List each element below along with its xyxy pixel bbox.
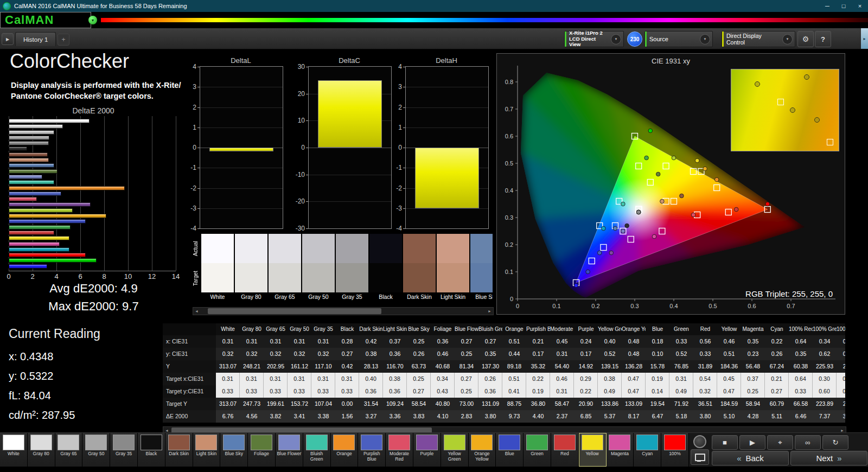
table-cell: 0.32 <box>288 348 311 360</box>
meter-line1: X-Rite i1Pro 2 <box>569 30 608 36</box>
help-button[interactable]: ? <box>815 31 831 47</box>
read-infinite-button[interactable]: ∞ <box>795 435 821 450</box>
swatch-cell[interactable]: Black <box>369 234 402 306</box>
inset-target-marker <box>777 99 784 105</box>
table-cell: 0.25 <box>407 335 431 348</box>
patch-button-green[interactable]: Green <box>524 433 551 467</box>
de2000-chart-title: DeltaE 2000 <box>8 106 179 115</box>
calman-logo[interactable]: CalMAN <box>0 12 91 28</box>
table-cell: 0.47 <box>622 385 646 398</box>
display-window-button[interactable] <box>691 449 709 465</box>
scroll-right-icon[interactable]: ► <box>839 429 846 432</box>
swatch-cell[interactable]: Dark Skin <box>403 234 436 306</box>
patch-button-dark-skin[interactable]: Dark Skin <box>165 433 193 467</box>
meter-dropdown[interactable]: X-Rite i1Pro 2 LCD Direct View ▼ <box>564 31 624 47</box>
patch-button-label: Black <box>138 451 164 457</box>
swatch-cell[interactable]: Gray 50 <box>302 234 335 306</box>
patch-button-red[interactable]: Red <box>551 433 579 467</box>
patch-button-blue-sky[interactable]: Blue Sky <box>220 433 248 467</box>
back-button[interactable]: « Back <box>712 451 789 465</box>
patch-button-orange[interactable]: Orange <box>331 433 359 467</box>
reset-button[interactable]: ↻ <box>822 435 848 450</box>
swatch-cell[interactable]: White <box>201 234 234 306</box>
patch-button-label: White <box>1 451 27 457</box>
axis-tick-label: 4 <box>54 272 58 280</box>
patch-button-white[interactable]: White <box>0 433 28 467</box>
maximize-button[interactable]: □ <box>835 0 852 12</box>
actual-swatch <box>470 234 493 263</box>
close-button[interactable]: × <box>852 0 868 12</box>
display-control-dropdown[interactable]: Direct Display Control ▼ <box>722 31 795 47</box>
patch-button-moderate-red[interactable]: Moderate Red <box>386 433 413 467</box>
patch-button-100-[interactable]: 100% <box>661 433 689 467</box>
column-header: Yellow Green <box>598 323 622 335</box>
patch-button-yellow-green[interactable]: Yellow Green <box>441 433 469 467</box>
source-dropdown[interactable]: Source ▼ <box>644 31 713 47</box>
target-icon: ⌖ <box>778 438 782 447</box>
table-cell: 0.31 <box>264 373 288 385</box>
meter-dropdown-arrow[interactable]: ▼ <box>611 34 621 44</box>
de-bar <box>9 197 37 201</box>
read-continuous-button[interactable]: ▶ <box>739 435 765 450</box>
patch-button-purple[interactable]: Purple <box>413 433 441 467</box>
settings-button[interactable]: ⚙ <box>797 31 814 47</box>
source-dropdown-arrow[interactable]: ▼ <box>700 34 710 44</box>
actual-swatch <box>437 234 469 263</box>
scroll-left-icon[interactable]: ◄ <box>163 429 170 432</box>
scroll-left-icon[interactable]: ◄ <box>193 309 200 313</box>
next-button[interactable]: Next » <box>790 451 867 465</box>
row-label: ΔE 2000 <box>163 410 216 423</box>
patch-button-gray-35[interactable]: Gray 35 <box>110 433 138 467</box>
axis-tick-label: -1 <box>190 164 196 171</box>
swatch-cell[interactable]: Gray 35 <box>336 234 368 306</box>
delta-bar <box>318 80 382 148</box>
patch-button-black[interactable]: Black <box>138 433 165 467</box>
scroll-thumb[interactable] <box>208 308 381 314</box>
table-cell: 0.36 <box>359 385 383 398</box>
patch-button-magenta[interactable]: Magenta <box>607 433 634 467</box>
swatch-cell[interactable]: Gray 80 <box>235 234 267 306</box>
panel-collapse-button[interactable]: ▶ <box>2 33 14 45</box>
table-corner <box>163 323 216 335</box>
patch-button-yellow[interactable]: Yellow <box>579 433 607 467</box>
table-cell: 0.31 <box>669 373 693 385</box>
patch-button-gray-65[interactable]: Gray 65 <box>55 433 83 467</box>
swatch-strip-scrollbar[interactable]: ◄ ► <box>193 307 494 315</box>
patch-button-bluish-green[interactable]: Bluish Green <box>303 433 331 467</box>
patch-button-gray-50[interactable]: Gray 50 <box>82 433 110 467</box>
table-cell: 2.83 <box>455 410 478 423</box>
swatch-cell[interactable]: Gray 65 <box>269 234 301 306</box>
stop-button[interactable]: ■ <box>712 435 738 450</box>
reading-y: y: 0.5322 <box>9 370 53 382</box>
patch-button-foliage[interactable]: Foliage <box>248 433 276 467</box>
patch-button-label: Cyan <box>634 451 660 457</box>
tab-history-1[interactable]: History 1 <box>15 32 56 46</box>
display-control-dropdown-arrow[interactable]: ▼ <box>782 34 793 44</box>
patch-button-cyan[interactable]: Cyan <box>634 433 661 467</box>
patch-button-purplish-blue[interactable]: Purplish Blue <box>358 433 386 467</box>
patch-button-blue[interactable]: Blue <box>496 433 524 467</box>
scroll-right-icon[interactable]: ► <box>486 309 493 313</box>
infinity-icon: ∞ <box>805 438 810 447</box>
minimize-button[interactable]: ─ <box>819 0 835 12</box>
swatch-label: White <box>201 292 234 302</box>
add-tab-button[interactable]: + <box>58 34 69 46</box>
swatch-cell[interactable]: Blue Sky <box>470 234 493 306</box>
read-single-button[interactable]: ⌖ <box>767 435 793 450</box>
side-panel-expand-button[interactable]: ▸ <box>861 28 868 49</box>
table-cell: 0.42 <box>335 360 359 373</box>
axis-tick <box>197 87 200 87</box>
app-icon <box>3 2 11 10</box>
patch-button-blue-flower[interactable]: Blue Flower <box>276 433 303 467</box>
target-level-badge[interactable]: 230 <box>627 31 642 47</box>
axis-tick-label: -20 <box>296 197 305 205</box>
patch-button-gray-80[interactable]: Gray 80 <box>28 433 55 467</box>
swatch-cell[interactable]: Light Skin <box>437 234 469 306</box>
patch-button-light-skin[interactable]: Light Skin <box>193 433 221 467</box>
axis-tick-label: 12 <box>148 272 156 280</box>
svg-text:0.5: 0.5 <box>505 160 513 167</box>
brand-menu-button[interactable]: ▼ <box>88 16 97 24</box>
patch-button-orange-yellow[interactable]: Orange Yellow <box>469 433 496 467</box>
back-label: Back <box>745 454 763 463</box>
table-cell: 0.31 <box>216 373 240 385</box>
